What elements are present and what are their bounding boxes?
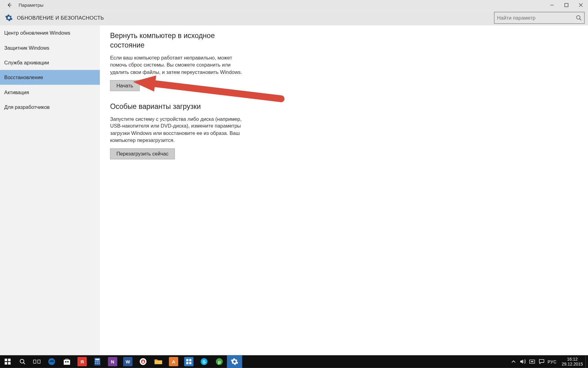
section-title: ОБНОВЛЕНИЕ И БЕЗОПАСНОСТЬ <box>17 15 104 21</box>
sidebar-item-label: Центр обновления Windows <box>4 30 70 36</box>
task-view-icon <box>33 358 41 364</box>
taskbar-app-word[interactable]: W <box>120 355 136 368</box>
chevron-up-icon <box>511 359 516 364</box>
svg-line-6 <box>580 19 581 20</box>
gear-icon <box>4 13 13 22</box>
reset-start-button[interactable]: Начать <box>110 80 139 91</box>
sidebar-item-label: Защитник Windows <box>4 45 49 51</box>
taskbar-app-generic-blue[interactable] <box>181 355 197 368</box>
svg-rect-31 <box>186 359 188 361</box>
skype-icon: S <box>199 357 209 366</box>
search-icon[interactable] <box>573 15 584 21</box>
restart-now-button[interactable]: Перезагрузить сейчас <box>110 148 175 159</box>
search-box[interactable] <box>494 12 585 24</box>
body: Центр обновления Windows Защитник Window… <box>0 25 588 355</box>
sidebar-item-label: Для разработчиков <box>4 104 50 110</box>
sidebar-item-backup[interactable]: Служба архивации <box>0 55 100 70</box>
svg-point-5 <box>576 16 580 19</box>
svg-rect-9 <box>8 358 10 361</box>
taskbar-app-edge[interactable] <box>44 355 59 368</box>
taskbar-app-yandex-browser[interactable] <box>135 355 151 368</box>
svg-rect-30 <box>155 359 158 361</box>
edge-icon <box>47 357 56 366</box>
reset-heading: Вернуть компьютер в исходное состояние <box>110 31 250 50</box>
svg-rect-34 <box>189 362 191 364</box>
taskbar: Я N W A S µ РУС 16:12 29.12.2015 <box>0 355 588 368</box>
advanced-description: Запустите систему с устройства либо диск… <box>110 116 250 144</box>
svg-rect-21 <box>95 358 100 360</box>
start-button[interactable] <box>0 355 15 368</box>
sidebar-item-recovery[interactable]: Восстановление <box>0 70 100 85</box>
minimize-button[interactable] <box>545 0 559 10</box>
sidebar-item-defender[interactable]: Защитник Windows <box>0 40 100 55</box>
back-arrow-icon <box>6 2 12 8</box>
action-center-icon[interactable] <box>538 358 545 365</box>
clock-time: 16:12 <box>567 357 578 362</box>
taskbar-search-button[interactable] <box>15 355 30 368</box>
yandex-icon: Я <box>77 357 87 366</box>
search-icon <box>19 358 26 365</box>
system-tray: РУС <box>508 355 559 368</box>
clock-date: 29.12.2015 <box>562 362 583 366</box>
reset-description: Если ваш компьютер работает неправильно,… <box>110 54 250 76</box>
svg-rect-17 <box>64 360 70 365</box>
sidebar-item-developers[interactable]: Для разработчиков <box>0 100 100 114</box>
svg-rect-25 <box>95 363 96 364</box>
windows-logo-icon <box>4 358 11 365</box>
close-icon <box>579 3 583 7</box>
svg-text:S: S <box>202 359 205 364</box>
taskbar-clock[interactable]: 16:12 29.12.2015 <box>559 355 586 368</box>
sidebar-item-windows-update[interactable]: Центр обновления Windows <box>0 25 100 40</box>
sidebar: Центр обновления Windows Защитник Window… <box>0 25 100 355</box>
taskbar-app-utorrent[interactable]: µ <box>212 355 227 368</box>
gear-icon <box>230 357 239 366</box>
close-button[interactable] <box>574 0 588 10</box>
svg-rect-19 <box>67 361 69 362</box>
volume-icon[interactable] <box>520 358 526 365</box>
svg-rect-11 <box>8 362 10 364</box>
store-icon <box>62 357 71 366</box>
aimp-icon: A <box>169 357 178 366</box>
back-button[interactable] <box>0 0 19 10</box>
language-indicator[interactable]: РУС <box>548 359 557 364</box>
search-input[interactable] <box>495 15 573 21</box>
svg-point-12 <box>20 359 24 363</box>
section-header: ОБНОВЛЕНИЕ И БЕЗОПАСНОСТЬ <box>0 10 588 25</box>
svg-rect-15 <box>38 360 40 363</box>
svg-rect-24 <box>99 361 100 362</box>
tray-overflow-button[interactable] <box>510 358 517 365</box>
sidebar-item-activation[interactable]: Активация <box>0 85 100 99</box>
advanced-heading: Особые варианты загрузки <box>110 102 250 112</box>
yandex-browser-icon <box>138 357 148 366</box>
utorrent-icon: µ <box>215 357 224 366</box>
taskbar-app-aimp[interactable]: A <box>166 355 181 368</box>
svg-rect-27 <box>99 363 100 364</box>
network-icon[interactable] <box>529 358 536 365</box>
taskbar-app-skype[interactable]: S <box>196 355 212 368</box>
maximize-button[interactable] <box>559 0 574 10</box>
taskbar-app-store[interactable] <box>59 355 75 368</box>
content: Вернуть компьютер в исходное состояние Е… <box>100 25 588 355</box>
svg-text:µ: µ <box>218 359 221 364</box>
taskbar-app-calculator[interactable] <box>90 355 105 368</box>
sidebar-item-label: Восстановление <box>4 75 43 80</box>
calculator-icon <box>93 357 102 366</box>
svg-rect-26 <box>97 363 98 364</box>
show-desktop-button[interactable] <box>586 355 588 368</box>
svg-rect-10 <box>5 362 7 364</box>
svg-rect-2 <box>565 3 568 7</box>
svg-rect-8 <box>5 358 7 361</box>
onenote-icon: N <box>108 357 117 366</box>
svg-rect-32 <box>189 359 191 361</box>
task-view-button[interactable] <box>30 355 44 368</box>
svg-rect-14 <box>33 360 36 363</box>
taskbar-app-onenote[interactable]: N <box>105 355 120 368</box>
taskbar-app-explorer[interactable] <box>151 355 166 368</box>
taskbar-app-settings[interactable] <box>227 355 242 368</box>
svg-line-13 <box>24 363 25 364</box>
sidebar-item-label: Активация <box>4 89 29 95</box>
taskbar-app-yandex[interactable]: Я <box>74 355 90 368</box>
app-icon <box>184 357 193 366</box>
svg-rect-18 <box>65 361 66 362</box>
svg-rect-23 <box>97 361 98 362</box>
